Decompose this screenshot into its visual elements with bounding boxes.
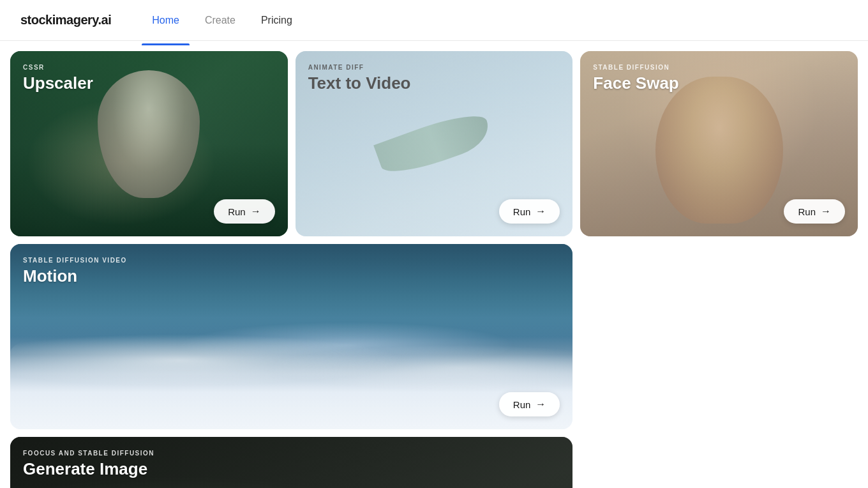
text-to-video-provider: ANIMATE DIFF [308, 64, 560, 71]
face-swap-run-arrow: → [821, 206, 831, 217]
upscaler-provider: CSSR [23, 64, 275, 71]
nav-item-create[interactable]: Create [195, 10, 246, 31]
upscaler-run-button[interactable]: Run → [214, 199, 275, 224]
main-content: CSSR Upscaler Run → ANIMATE DIFF Text to… [0, 41, 868, 488]
card-text-to-video[interactable]: ANIMATE DIFF Text to Video Run → [296, 51, 573, 236]
card-upscaler[interactable]: CSSR Upscaler Run → [10, 51, 288, 236]
motion-run-arrow: → [535, 399, 546, 410]
motion-provider: STABLE DIFFUSION VIDEO [23, 257, 560, 264]
face-swap-run-label: Run [798, 206, 816, 217]
nav-item-pricing[interactable]: Pricing [251, 10, 303, 31]
generate-image-title: Generate Image [23, 459, 560, 479]
card-generate-image[interactable]: FOOCUS AND STABLE DIFFUSION Generate Ima… [10, 437, 572, 488]
header: stockimagery.ai Home Create Pricing [0, 0, 868, 41]
face-swap-title: Face Swap [593, 73, 845, 93]
motion-run-button[interactable]: Run → [499, 392, 560, 416]
card-motion-content: STABLE DIFFUSION VIDEO Motion [10, 244, 572, 429]
generate-image-provider: FOOCUS AND STABLE DIFFUSION [23, 450, 560, 457]
cards-grid: CSSR Upscaler Run → ANIMATE DIFF Text to… [0, 41, 868, 488]
card-motion[interactable]: STABLE DIFFUSION VIDEO Motion Run → [10, 244, 572, 429]
text-to-video-run-label: Run [513, 206, 531, 217]
upscaler-run-label: Run [228, 206, 246, 217]
text-to-video-run-button[interactable]: Run → [499, 199, 560, 224]
motion-run-label: Run [513, 399, 531, 410]
face-swap-provider: STABLE DIFFUSION [593, 64, 845, 71]
card-face-swap[interactable]: STABLE DIFFUSION Face Swap Run → [580, 51, 858, 236]
card-generate-image-content: FOOCUS AND STABLE DIFFUSION Generate Ima… [10, 437, 572, 488]
face-swap-run-button[interactable]: Run → [784, 199, 845, 224]
upscaler-run-arrow: → [251, 206, 261, 217]
text-to-video-run-arrow: → [535, 206, 546, 217]
motion-title: Motion [23, 266, 560, 286]
text-to-video-title: Text to Video [308, 73, 560, 93]
upscaler-title: Upscaler [23, 73, 275, 93]
nav-item-home[interactable]: Home [142, 10, 190, 31]
logo[interactable]: stockimagery.ai [20, 13, 111, 27]
nav: Home Create Pricing [142, 10, 303, 31]
